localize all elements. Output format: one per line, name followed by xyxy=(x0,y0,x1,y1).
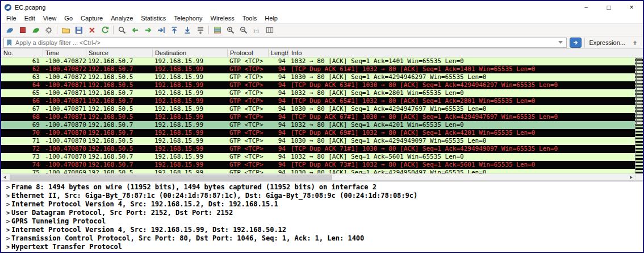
packet-row[interactable]: 69 -100.470870 192.168.50.7 192.168.15.9… xyxy=(1,121,643,129)
detail-line-text: Internet Protocol Version 4, Src: 192.16… xyxy=(11,226,643,234)
expander-icon[interactable]: > xyxy=(5,234,11,243)
close-button[interactable]: × xyxy=(620,1,643,13)
horizontal-scrollbar-track[interactable] xyxy=(9,174,628,181)
filter-bookmark-icon[interactable] xyxy=(6,39,13,47)
packet-row[interactable]: 65 -100.470871 192.168.50.7 192.168.15.9… xyxy=(1,89,643,97)
cell-source: 192.168.50.7 xyxy=(86,129,153,137)
cell-no: 67 xyxy=(1,105,43,113)
expander-icon[interactable]: > xyxy=(5,200,11,209)
auto-scroll-icon[interactable] xyxy=(194,24,207,36)
cell-length: 94 xyxy=(269,81,289,89)
packet-row[interactable]: 75 -100.470869 192.168.50.5 192.168.15.9… xyxy=(1,169,643,173)
zoom-in-icon[interactable] xyxy=(224,24,237,36)
add-filter-button[interactable]: + xyxy=(629,38,641,47)
expression-button[interactable]: Expression... xyxy=(584,38,629,48)
packet-row[interactable]: 61 -100.470872 192.168.50.7 192.168.15.9… xyxy=(1,57,643,65)
resize-columns-icon[interactable] xyxy=(263,24,276,36)
cell-destination: 192.168.15.99 xyxy=(153,169,228,173)
go-last-icon[interactable] xyxy=(181,24,194,36)
expander-icon[interactable]: > xyxy=(5,192,11,200)
menu-item[interactable]: File xyxy=(2,15,20,22)
go-back-icon[interactable] xyxy=(128,24,141,36)
maximize-button[interactable]: □ xyxy=(597,1,620,13)
packet-row[interactable]: 64 -100.470871 192.168.50.5 192.168.15.9… xyxy=(1,81,643,89)
menu-item[interactable]: Telephony xyxy=(170,15,206,22)
column-header-no[interactable]: No. xyxy=(1,49,43,57)
zoom-out-icon[interactable] xyxy=(237,24,250,36)
colorize-packets-icon[interactable] xyxy=(211,24,224,36)
column-header-protocol[interactable]: Protocol xyxy=(228,49,269,57)
detail-line[interactable]: > GPRS Tunneling Protocol xyxy=(1,217,643,226)
find-packet-icon[interactable] xyxy=(115,24,128,36)
go-first-icon[interactable] xyxy=(168,24,181,36)
column-header-time[interactable]: Time xyxy=(43,49,86,57)
column-header-info[interactable]: Info xyxy=(289,49,643,57)
expander-icon[interactable]: > xyxy=(5,226,11,234)
display-filter-field[interactable] xyxy=(3,38,567,48)
menu-item[interactable]: Help xyxy=(261,15,282,22)
packet-row[interactable]: 66 -100.470871 192.168.50.7 192.168.15.9… xyxy=(1,97,643,105)
menu-item[interactable]: Statistics xyxy=(137,15,170,22)
menu-item[interactable]: Tools xyxy=(239,15,261,22)
packet-row[interactable]: 63 -100.470872 192.168.50.5 192.168.15.9… xyxy=(1,73,643,81)
expander-icon[interactable]: > xyxy=(5,209,11,217)
packet-row[interactable]: 70 -100.470870 192.168.50.7 192.168.15.9… xyxy=(1,129,643,137)
scroll-right-arrow-icon[interactable] xyxy=(628,174,635,181)
go-forward-icon[interactable] xyxy=(141,24,154,36)
cell-destination: 192.168.15.99 xyxy=(153,129,228,137)
zoom-original-icon[interactable]: 1:1 xyxy=(250,24,263,36)
capture-start-icon[interactable] xyxy=(3,24,16,36)
filter-history-chevron-icon[interactable] xyxy=(558,41,563,44)
apply-filter-button[interactable] xyxy=(570,38,582,48)
packet-row[interactable]: 68 -100.470871 192.168.50.5 192.168.15.9… xyxy=(1,113,643,121)
menu-item[interactable]: Wireless xyxy=(207,15,239,22)
packet-row[interactable]: 62 -100.470872 192.168.50.7 192.168.15.9… xyxy=(1,65,643,73)
column-header-source[interactable]: Source xyxy=(86,49,153,57)
horizontal-scrollbar-thumb[interactable] xyxy=(10,175,332,180)
packet-row[interactable]: 73 -100.470870 192.168.50.7 192.168.15.9… xyxy=(1,153,643,161)
horizontal-scrollbar[interactable] xyxy=(1,173,643,180)
reload-file-icon[interactable] xyxy=(98,24,111,36)
detail-line[interactable]: > Frame 8: 1494 bytes on wire (11952 bit… xyxy=(1,183,643,192)
expander-icon[interactable]: > xyxy=(5,183,11,192)
column-header-length[interactable]: Length xyxy=(269,49,289,57)
packet-list-minimap-scrollbar[interactable] xyxy=(635,57,643,173)
cell-source: 192.168.50.7 xyxy=(86,97,153,105)
expander-icon[interactable]: > xyxy=(5,243,11,251)
display-filter-input[interactable] xyxy=(15,39,557,46)
capture-restart-icon[interactable] xyxy=(29,24,42,36)
cell-source: 192.168.50.7 xyxy=(86,121,153,129)
packet-row[interactable]: 71 -100.470870 192.168.50.5 192.168.15.9… xyxy=(1,137,643,145)
cell-info: [TCP Dup ACK 69#1] 1032 → 80 [ACK] Seq=1… xyxy=(289,129,537,137)
detail-line[interactable]: > Transmission Control Protocol, Src Por… xyxy=(1,234,643,243)
minimize-button[interactable]: − xyxy=(575,1,597,13)
detail-line[interactable]: > Internet Protocol Version 4, Src: 192.… xyxy=(1,226,643,234)
detail-line[interactable]: > Internet Protocol Version 4, Src: 192.… xyxy=(1,200,643,209)
capture-options-icon[interactable] xyxy=(42,24,55,36)
open-file-icon[interactable] xyxy=(59,24,72,36)
vertical-scrollbar-thumb[interactable] xyxy=(636,58,642,125)
detail-line[interactable]: > User Datagram Protocol, Src Port: 2152… xyxy=(1,209,643,217)
go-to-packet-icon[interactable] xyxy=(154,24,168,36)
cell-length: 94 xyxy=(269,121,289,129)
detail-line[interactable]: > Ethernet II, Src: Giga-Byt_78:87:1c (0… xyxy=(1,192,643,200)
capture-stop-icon[interactable] xyxy=(16,24,29,36)
packet-row[interactable]: 67 -100.470871 192.168.50.5 192.168.15.9… xyxy=(1,105,643,113)
scroll-left-arrow-icon[interactable] xyxy=(1,174,9,181)
menu-item[interactable]: View xyxy=(39,15,61,22)
save-file-icon[interactable] xyxy=(72,24,85,36)
cell-no: 65 xyxy=(1,89,43,97)
packet-row[interactable]: 72 -100.470870 192.168.50.5 192.168.15.9… xyxy=(1,145,643,153)
menu-item[interactable]: Edit xyxy=(20,15,39,22)
menu-item[interactable]: Capture xyxy=(77,15,107,22)
cell-time: -100.470870 xyxy=(43,161,86,169)
packet-row[interactable]: 74 -100.470870 192.168.50.7 192.168.15.9… xyxy=(1,161,643,169)
close-file-icon[interactable] xyxy=(85,24,98,36)
menu-item[interactable]: Go xyxy=(60,15,77,22)
cell-protocol: GTP <TCP> xyxy=(228,113,269,121)
cell-protocol: GTP <TCP> xyxy=(228,97,269,105)
detail-line[interactable]: > Hypertext Transfer Protocol xyxy=(1,243,643,251)
menu-item[interactable]: Analyze xyxy=(107,15,137,22)
expander-icon[interactable]: > xyxy=(5,217,11,226)
column-header-destination[interactable]: Destination xyxy=(153,49,228,57)
